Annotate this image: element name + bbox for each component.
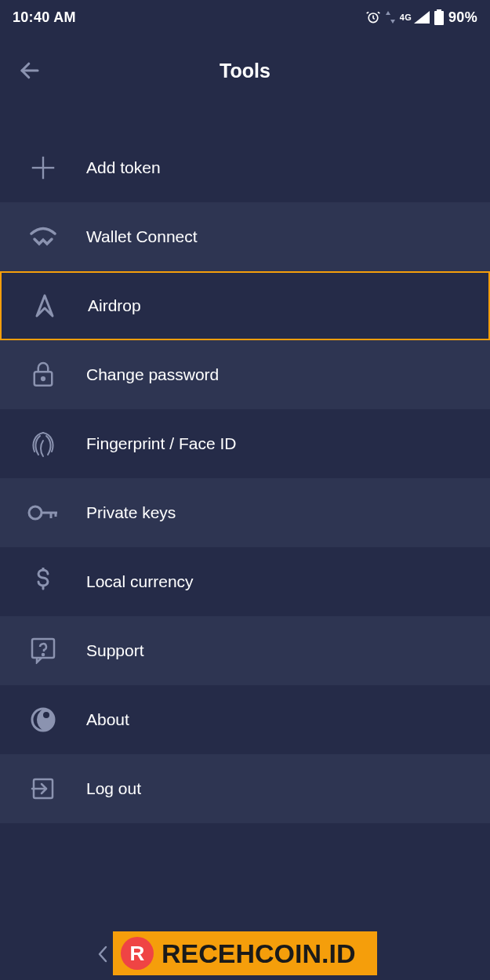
status-time: 10:40 AM [13,9,76,26]
menu-item-label: About [86,710,129,729]
menu-item-add-token[interactable]: Add token [0,133,490,202]
status-bar: 10:40 AM 4G 90% [0,0,490,34]
walletconnect-icon [25,227,61,247]
lock-icon [25,361,61,389]
page-title: Tools [220,60,270,82]
signal-icon [414,11,430,24]
menu-item-log-out[interactable]: Log out [0,754,490,823]
arrow-left-icon [18,59,42,82]
key-icon [25,502,61,524]
menu-item-local-currency[interactable]: Local currency [0,547,490,616]
menu-item-private-keys[interactable]: Private keys [0,478,490,547]
support-icon [25,637,61,664]
status-right: 4G 90% [365,9,477,26]
spacer [0,107,490,133]
system-back-button[interactable] [96,944,110,967]
battery-icon [434,9,444,25]
menu-item-about[interactable]: About [0,685,490,754]
plus-icon [25,153,61,183]
menu-item-fingerprint[interactable]: Fingerprint / Face ID [0,409,490,478]
banner-logo-icon: R [121,937,154,970]
menu-list: Add token Wallet Connect Airdrop Change … [0,133,490,823]
menu-item-label: Fingerprint / Face ID [86,434,236,453]
svg-rect-5 [434,11,444,25]
airdrop-icon [27,292,63,319]
svg-marker-1 [386,11,390,15]
globe-icon [25,707,61,732]
dollar-icon [25,568,61,596]
header: Tools [0,34,490,107]
svg-marker-2 [390,20,395,24]
watermark-banner: R RECEHCOIN.ID [113,931,377,975]
bottom-area: R RECEHCOIN.ID [0,931,490,975]
data-arrows-icon [386,11,395,24]
alarm-icon [365,9,381,25]
menu-item-airdrop[interactable]: Airdrop [0,271,490,340]
banner-text: RECEHCOIN.ID [162,938,355,969]
back-button[interactable] [14,55,45,86]
menu-item-label: Private keys [86,503,176,522]
svg-rect-4 [437,9,441,11]
svg-point-20 [43,712,49,718]
chevron-left-icon [96,944,110,964]
fingerprint-icon [25,430,61,458]
menu-item-label: Wallet Connect [86,227,198,246]
svg-point-18 [42,654,44,655]
menu-item-support[interactable]: Support [0,616,490,685]
menu-item-label: Change password [86,365,219,384]
logout-icon [25,776,61,801]
menu-item-label: Local currency [86,572,194,591]
menu-item-label: Support [86,641,144,660]
menu-item-label: Airdrop [88,296,141,315]
battery-percent: 90% [448,9,477,26]
menu-item-label: Log out [86,779,141,798]
menu-item-wallet-connect[interactable]: Wallet Connect [0,202,490,271]
svg-point-10 [42,377,45,380]
svg-marker-3 [414,11,430,24]
menu-item-label: Add token [86,158,161,177]
menu-item-change-password[interactable]: Change password [0,340,490,409]
network-label: 4G [400,13,412,22]
svg-point-11 [29,506,42,519]
